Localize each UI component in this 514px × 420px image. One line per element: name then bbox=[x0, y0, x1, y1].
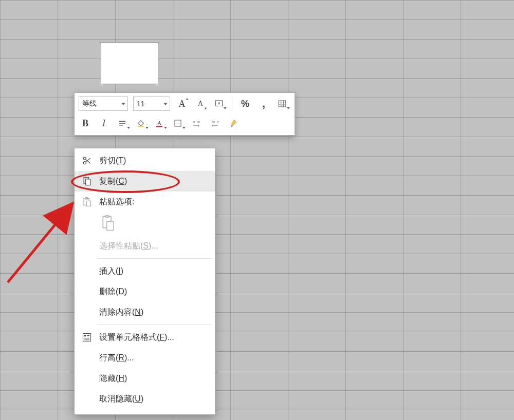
format-cells-icon bbox=[80, 332, 94, 342]
clear-contents-menu-item[interactable]: 清除内容(N) bbox=[75, 302, 215, 322]
paintbrush-icon bbox=[229, 119, 238, 128]
selected-cell[interactable] bbox=[101, 42, 158, 84]
font-name-combo[interactable]: 等线 bbox=[79, 97, 128, 111]
decrease-font-button[interactable]: A ▼ bbox=[194, 97, 207, 110]
format-cells-label: 设置单元格格式(F)... bbox=[99, 332, 174, 343]
increase-font-button[interactable]: A ▲ bbox=[175, 97, 189, 110]
font-size-combo[interactable]: 11 bbox=[133, 97, 170, 111]
unhide-menu-item[interactable]: 取消隐藏(U) bbox=[75, 389, 215, 409]
context-menu: 剪切(T) 复制(C) 粘贴选项: 选择性粘贴(S)... 插入(I) 删除(D… bbox=[74, 148, 215, 415]
svg-rect-34 bbox=[84, 335, 86, 336]
svg-text:.0: .0 bbox=[193, 121, 195, 124]
cut-menu-item[interactable]: 剪切(T) bbox=[75, 150, 215, 171]
hide-label: 隐藏(H) bbox=[99, 373, 127, 384]
copy-icon bbox=[80, 176, 94, 186]
format-cells-menu-item[interactable]: 设置单元格格式(F)... bbox=[75, 327, 215, 348]
align-icon bbox=[118, 119, 127, 128]
italic-button[interactable]: I bbox=[97, 117, 111, 130]
chevron-up-icon: ▲ bbox=[185, 97, 189, 101]
table-icon bbox=[278, 99, 287, 108]
svg-rect-12 bbox=[156, 126, 162, 127]
svg-rect-2 bbox=[279, 101, 286, 107]
svg-text:¥: ¥ bbox=[218, 101, 221, 106]
paste-special-label: 选择性粘贴(S)... bbox=[99, 241, 158, 252]
format-painter-button[interactable] bbox=[227, 117, 240, 130]
paste-icon bbox=[80, 197, 94, 207]
currency-icon: ¥ bbox=[214, 99, 224, 108]
delete-menu-item[interactable]: 删除(D) bbox=[75, 281, 215, 302]
chevron-down-icon bbox=[163, 103, 168, 105]
chevron-down-icon bbox=[121, 103, 125, 105]
cut-label: 剪切(T) bbox=[99, 156, 126, 166]
chevron-down-icon: ▼ bbox=[204, 106, 208, 111]
comma-icon: , bbox=[262, 101, 265, 106]
svg-rect-20 bbox=[231, 125, 233, 127]
borders-icon bbox=[173, 119, 182, 128]
delete-label: 删除(D) bbox=[99, 287, 127, 297]
paste-option-values[interactable] bbox=[75, 212, 215, 236]
copy-menu-item[interactable]: 复制(C) bbox=[75, 171, 215, 192]
comma-style-button[interactable]: , bbox=[257, 97, 270, 110]
font-color-button[interactable]: A bbox=[153, 117, 166, 130]
paste-special-menu-item: 选择性粘贴(S)... bbox=[75, 236, 215, 256]
row-height-label: 行高(R)... bbox=[99, 353, 134, 364]
font-name-value: 等线 bbox=[82, 99, 97, 108]
increase-decimal-button[interactable]: .0.00 bbox=[190, 117, 203, 130]
clipboard-icon bbox=[100, 214, 116, 234]
fill-color-button[interactable] bbox=[134, 117, 148, 130]
svg-text:A: A bbox=[157, 120, 161, 126]
svg-rect-28 bbox=[85, 198, 88, 199]
svg-text:.0: .0 bbox=[216, 121, 219, 124]
decrease-decimal-icon: .00.0 bbox=[210, 119, 219, 128]
mini-toolbar: 等线 11 A ▲ A ▼ ¥ % , B bbox=[74, 92, 295, 136]
clear-label: 清除内容(N) bbox=[99, 307, 143, 318]
svg-rect-31 bbox=[105, 215, 108, 218]
font-size-value: 11 bbox=[137, 100, 145, 108]
paint-bucket-icon bbox=[136, 119, 145, 128]
svg-rect-29 bbox=[86, 201, 90, 206]
bold-button[interactable]: B bbox=[79, 117, 92, 130]
svg-rect-26 bbox=[86, 179, 90, 185]
svg-text:.00: .00 bbox=[211, 121, 215, 124]
percent-style-button[interactable]: % bbox=[238, 97, 252, 110]
increase-decimal-icon: .0.00 bbox=[192, 119, 201, 128]
table-format-button[interactable] bbox=[276, 97, 289, 110]
scissors-icon bbox=[80, 156, 94, 166]
svg-rect-32 bbox=[107, 222, 114, 231]
font-color-icon: A bbox=[155, 119, 164, 128]
percent-icon: % bbox=[241, 99, 249, 109]
insert-menu-item[interactable]: 插入(I) bbox=[75, 261, 215, 281]
hide-menu-item[interactable]: 隐藏(H) bbox=[75, 368, 215, 389]
menu-separator bbox=[97, 324, 212, 325]
align-button[interactable] bbox=[116, 117, 129, 130]
paste-options-label: 粘贴选项: bbox=[99, 197, 134, 207]
decrease-decimal-button[interactable]: .00.0 bbox=[208, 117, 222, 130]
menu-separator bbox=[97, 258, 212, 259]
unhide-label: 取消隐藏(U) bbox=[99, 394, 143, 405]
insert-label: 插入(I) bbox=[99, 266, 123, 277]
copy-label: 复制(C) bbox=[99, 176, 127, 187]
accounting-number-format-button[interactable]: ¥ bbox=[212, 97, 226, 110]
svg-text:.00: .00 bbox=[196, 121, 200, 124]
svg-rect-10 bbox=[138, 126, 144, 127]
paste-options-header: 粘贴选项: bbox=[75, 192, 215, 212]
borders-button[interactable] bbox=[171, 117, 185, 130]
row-height-menu-item[interactable]: 行高(R)... bbox=[75, 348, 215, 368]
